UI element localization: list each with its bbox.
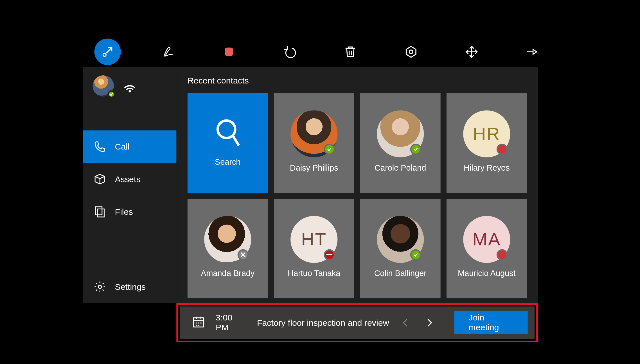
app-window: Call Assets Files Settings Recent contac… — [83, 67, 538, 303]
undo-icon — [282, 44, 297, 59]
previous-meeting-button[interactable] — [399, 316, 411, 329]
meeting-bar: 3:00 PM Factory floor inspection and rev… — [180, 306, 535, 339]
presence-offline-icon — [238, 249, 249, 260]
nav-label: Files — [115, 207, 133, 216]
contact-tile[interactable]: Amanda Brady — [188, 198, 268, 298]
contact-name: Colin Ballinger — [374, 269, 427, 278]
next-meeting-button[interactable] — [423, 316, 435, 329]
presence-available-icon — [324, 144, 335, 155]
contact-avatar — [377, 110, 424, 157]
contact-tile[interactable]: MA Mauricio August — [447, 198, 527, 298]
svg-marker-2 — [406, 46, 416, 57]
move-button[interactable] — [458, 39, 485, 65]
search-icon — [213, 116, 242, 152]
contact-tile[interactable]: Carole Poland — [360, 93, 441, 192]
gear-icon — [93, 280, 106, 293]
contact-avatar: HR — [463, 110, 510, 157]
minimize-button[interactable] — [94, 39, 121, 65]
trash-icon — [343, 44, 358, 59]
search-tile[interactable]: Search — [188, 93, 268, 192]
calendar-icon — [192, 315, 206, 330]
contact-tile[interactable]: HT Hartuo Tanaka — [274, 198, 354, 298]
contact-name: Daisy Phillips — [290, 163, 338, 173]
user-avatar[interactable] — [93, 75, 114, 97]
ink-button[interactable] — [155, 39, 181, 65]
contact-name: Hartuo Tanaka — [288, 269, 340, 278]
sidebar: Call Assets Files Settings — [83, 67, 176, 303]
contacts-grid: Search Daisy Phillips Carole Poland — [188, 93, 527, 298]
contact-avatar — [377, 216, 424, 263]
package-icon — [93, 173, 106, 186]
section-title: Recent contacts — [188, 76, 527, 85]
meeting-time: 3:00 PM — [216, 313, 245, 333]
nav-item-call[interactable]: Call — [83, 130, 176, 163]
svg-point-8 — [218, 121, 235, 138]
undo-button[interactable] — [276, 39, 303, 65]
wifi-icon — [123, 78, 137, 94]
contact-name: Mauricio August — [458, 269, 515, 278]
svg-rect-5 — [96, 207, 102, 215]
contact-name: Amanda Brady — [201, 269, 254, 278]
contact-avatar: HT — [290, 216, 337, 263]
contact-name: Hilary Reyes — [464, 163, 510, 173]
record-icon — [222, 44, 236, 59]
chevron-left-icon — [399, 316, 411, 329]
meeting-bar-highlight: 3:00 PM Factory floor inspection and rev… — [176, 303, 538, 342]
nav-label: Assets — [115, 174, 140, 184]
contact-name: Carole Poland — [375, 163, 426, 173]
meeting-nav — [399, 316, 435, 329]
phone-icon — [93, 140, 106, 153]
target-icon — [404, 44, 418, 59]
move-icon — [465, 44, 479, 59]
contact-tile[interactable]: Colin Ballinger — [360, 198, 441, 298]
svg-point-3 — [409, 50, 413, 53]
svg-point-0 — [103, 53, 106, 56]
presence-dnd-icon — [324, 249, 335, 260]
contact-avatar — [204, 216, 251, 263]
nav-item-files[interactable]: Files — [83, 195, 176, 228]
pin-icon — [525, 44, 540, 59]
pin-button[interactable] — [519, 39, 546, 65]
delete-button[interactable] — [337, 39, 364, 65]
contact-tile[interactable]: HR Hilary Reyes — [447, 93, 527, 192]
contact-avatar: MA — [463, 216, 510, 263]
nav-label: Settings — [115, 282, 146, 291]
toolbar — [4, 35, 636, 69]
svg-point-7 — [98, 285, 102, 288]
search-label: Search — [215, 157, 241, 167]
record-button[interactable] — [216, 39, 242, 65]
locate-button[interactable] — [398, 39, 424, 65]
presence-available-icon — [410, 144, 422, 155]
contact-avatar — [290, 110, 337, 157]
join-meeting-button[interactable]: Join meeting — [454, 311, 528, 334]
nav: Call Assets Files — [83, 130, 176, 228]
nav-item-settings[interactable]: Settings — [83, 270, 176, 303]
profile-area — [83, 67, 176, 105]
svg-rect-1 — [225, 48, 233, 56]
svg-point-4 — [129, 91, 130, 92]
files-icon — [93, 205, 106, 218]
presence-available-icon — [108, 90, 115, 98]
nav-label: Call — [115, 142, 129, 152]
presence-busy-icon — [497, 144, 508, 155]
contact-tile[interactable]: Daisy Phillips — [274, 93, 354, 192]
arrow-collapse-icon — [100, 44, 115, 59]
presence-busy-icon — [497, 249, 508, 260]
pen-icon — [161, 44, 176, 59]
presence-available-icon — [410, 249, 422, 260]
svg-rect-6 — [98, 209, 104, 217]
main-panel: Recent contacts Search Daisy Phillips — [176, 67, 538, 303]
chevron-right-icon — [423, 316, 435, 329]
nav-item-assets[interactable]: Assets — [83, 163, 176, 195]
meeting-title: Factory floor inspection and review — [257, 318, 389, 327]
